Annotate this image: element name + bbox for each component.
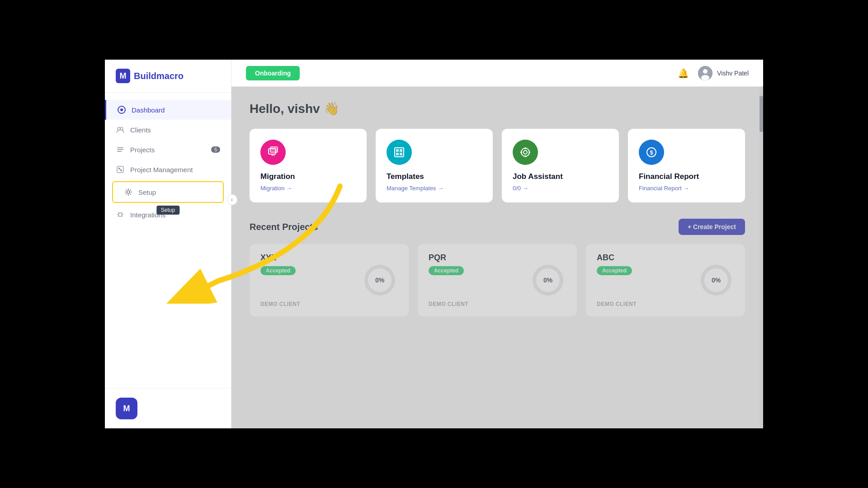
user-info[interactable]: Vishv Patel (698, 66, 749, 80)
svg-point-26 (524, 150, 527, 154)
notification-bell-icon[interactable]: 🔔 (678, 68, 689, 79)
project-status: Accepted (260, 266, 296, 275)
job-assistant-card-icon (513, 140, 538, 165)
sidebar-item-label: Dashboard (132, 106, 165, 114)
user-avatar (698, 66, 712, 80)
svg-point-4 (118, 127, 120, 130)
svg-rect-23 (396, 153, 399, 155)
sidebar-bottom: M (105, 388, 231, 428)
project-client: DEMO CLIENT (597, 301, 637, 307)
scrollbar-thumb[interactable] (760, 96, 763, 132)
sidebar-item-project-management[interactable]: Project Management (105, 160, 231, 179)
sidebar: M Buildmacro Dashboard (105, 60, 231, 428)
svg-point-27 (524, 147, 526, 149)
svg-rect-21 (396, 149, 399, 152)
main-content: Onboarding 🔔 Vishv Patel (231, 60, 763, 428)
feature-cards: Migration Migration → Template (250, 129, 745, 202)
header-left: Onboarding (246, 66, 300, 80)
sidebar-item-setup[interactable]: Setup (113, 182, 223, 202)
scrollbar[interactable] (760, 87, 763, 428)
dashboard-icon (117, 105, 126, 114)
project-name: XYZ (260, 253, 398, 263)
clients-icon (116, 125, 125, 134)
setup-icon (124, 188, 133, 197)
project-progress: 0% (362, 262, 398, 298)
svg-rect-7 (117, 149, 123, 150)
svg-point-5 (120, 127, 123, 130)
project-cards: XYZ Accepted 0% DEMO CLIENT PQR (250, 244, 745, 316)
svg-point-12 (127, 191, 130, 193)
migration-card-link[interactable]: Migration → (260, 185, 356, 192)
svg-point-28 (524, 155, 526, 157)
greeting-text: Hello, vishv (250, 102, 320, 116)
svg-point-29 (520, 151, 522, 153)
user-name: Vishv Patel (717, 70, 749, 77)
svg-point-30 (528, 151, 530, 153)
content-area: Hello, vishv 👋 Migration Migration → (231, 87, 763, 428)
templates-card-icon (387, 140, 412, 165)
financial-card-link[interactable]: Financial Report → (639, 185, 734, 192)
svg-rect-6 (117, 147, 123, 148)
svg-rect-8 (117, 151, 122, 152)
onboarding-button[interactable]: Onboarding (246, 66, 300, 80)
greeting-emoji: 👋 (324, 101, 340, 116)
svg-text:$: $ (650, 149, 653, 156)
svg-point-25 (521, 148, 529, 156)
project-card-xyz[interactable]: XYZ Accepted 0% DEMO CLIENT (250, 244, 409, 316)
svg-point-17 (701, 75, 709, 80)
sidebar-item-dashboard[interactable]: Dashboard (105, 100, 231, 120)
migration-card-icon (260, 140, 286, 165)
project-card-pqr[interactable]: PQR Accepted 0% DEMO CLIENT (418, 244, 577, 316)
svg-rect-24 (400, 153, 402, 155)
progress-text: 0% (543, 277, 552, 284)
svg-point-3 (120, 108, 123, 111)
project-name: ABC (597, 253, 734, 263)
project-card-abc[interactable]: ABC Accepted 0% DEMO CLIENT (586, 244, 745, 316)
feature-card-templates[interactable]: Templates Manage Templates → (376, 129, 493, 202)
sidebar-collapse-button[interactable]: ‹ (226, 194, 237, 205)
project-name: PQR (429, 253, 566, 263)
projects-icon (116, 145, 125, 154)
sidebar-logo: M Buildmacro (105, 60, 231, 93)
sidebar-bottom-logo: M (116, 398, 137, 419)
progress-text: 0% (712, 277, 721, 284)
recent-projects-header: Recent Projects + Create Project (250, 219, 745, 235)
sidebar-item-label: Project Management (130, 166, 193, 174)
migration-card-title: Migration (260, 172, 356, 181)
progress-text: 0% (375, 277, 384, 284)
projects-badge: 5 (211, 146, 220, 153)
sidebar-item-projects[interactable]: Projects 5 (105, 140, 231, 160)
project-client: DEMO CLIENT (260, 301, 300, 307)
setup-tooltip: Setup (156, 206, 179, 215)
buildmacro-logo-icon: M (116, 69, 130, 83)
greeting: Hello, vishv 👋 (250, 101, 745, 116)
financial-card-icon: $ (639, 140, 664, 165)
feature-card-migration[interactable]: Migration Migration → (250, 129, 367, 202)
feature-card-job-assistant[interactable]: Job Assistant 0/0 → (502, 129, 619, 202)
header: Onboarding 🔔 Vishv Patel (231, 60, 763, 87)
svg-rect-10 (118, 168, 120, 169)
svg-text:M: M (120, 71, 127, 80)
header-right: 🔔 Vishv Patel (678, 66, 749, 80)
sidebar-item-label: Setup (138, 188, 156, 196)
sidebar-item-clients[interactable]: Clients (105, 120, 231, 140)
financial-card-title: Financial Report (639, 172, 734, 181)
job-assistant-card-link[interactable]: 0/0 → (513, 185, 608, 192)
templates-card-title: Templates (387, 172, 482, 181)
svg-rect-11 (120, 169, 122, 171)
svg-rect-19 (270, 147, 278, 152)
project-progress: 0% (530, 262, 566, 298)
create-project-button[interactable]: + Create Project (679, 219, 745, 235)
app-name: Buildmacro (134, 71, 184, 81)
feature-card-financial[interactable]: $ Financial Report Financial Report → (628, 129, 745, 202)
project-progress: 0% (698, 262, 734, 298)
project-status: Accepted (429, 266, 464, 275)
svg-rect-22 (400, 149, 402, 152)
svg-point-16 (703, 69, 708, 74)
sidebar-item-setup-container: Setup Setup (112, 181, 224, 203)
project-client: DEMO CLIENT (429, 301, 468, 307)
templates-card-link[interactable]: Manage Templates → (387, 185, 482, 192)
project-management-icon (116, 165, 125, 174)
sidebar-nav: Dashboard Clients (105, 93, 231, 388)
svg-text:M: M (123, 404, 130, 413)
